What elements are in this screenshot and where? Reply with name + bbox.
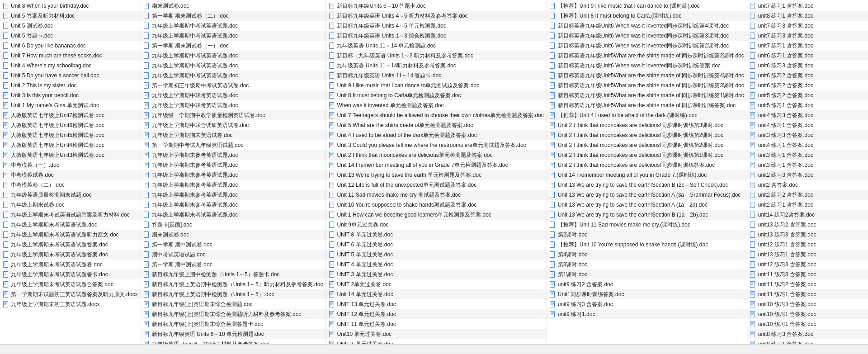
list-item[interactable]: 新目标英语九年级Unit5What are the shirts made of…: [547, 71, 747, 80]
list-item[interactable]: 新目标九年级(上)英语期末综合检测题听力材料及参考答案.doc: [141, 309, 326, 319]
list-item[interactable]: 新目标英语九年级Unit6 When was it invented同步课时训练…: [547, 31, 747, 41]
list-item[interactable]: Unit 2 I think that mooncakes are delici…: [547, 140, 747, 150]
list-item[interactable]: unit9 练习1.doc: [547, 309, 747, 319]
list-item[interactable]: 九年级英语 Units 11～14 单元检测题.doc: [326, 41, 546, 51]
list-item[interactable]: 新目标九年级英语 Units 6～10 单元检测题.doc: [141, 329, 326, 339]
list-item[interactable]: 九年级英语质量检测期末试题.doc: [0, 190, 141, 200]
list-item[interactable]: 九年级上学期期中联考英语试题.doc: [141, 90, 326, 100]
list-item[interactable]: Unit 11 Sad movies make me cry 测试题及答案.do…: [326, 190, 546, 200]
list-item[interactable]: Unit 12 Life is full of the unexpected单元…: [326, 180, 546, 190]
list-item[interactable]: Unit1同步课时训练答案.doc: [547, 289, 747, 299]
list-item[interactable]: UNIT 3 单元过关卷.doc: [326, 269, 546, 279]
list-item[interactable]: Unit 14 I remember meeting all of you in…: [326, 160, 546, 170]
list-item[interactable]: Unit 14 I remember meeting all of you in…: [547, 170, 747, 180]
list-item[interactable]: 第一学期 期中测试卷.doc: [141, 240, 326, 250]
list-item[interactable]: Unit 5 What are the shirts made of单元检测题及…: [326, 120, 546, 130]
list-item[interactable]: 人教版英语七年级上Unit4检测试卷.doc: [0, 140, 141, 150]
list-item[interactable]: 新目标九年级Units 6～10 答题卡.doc: [326, 1, 546, 11]
list-item[interactable]: Unit 2 I think that mooncakes are delici…: [326, 150, 546, 160]
list-item[interactable]: 新目标九年级英语 Units 11～14 答题卡.doc: [326, 71, 546, 80]
list-item[interactable]: unit11 练习2 含答案.doc: [747, 279, 868, 289]
list-item[interactable]: 中考模拟（一）.doc: [0, 160, 141, 170]
list-item[interactable]: Unit 13 We're trying to save the earth 单…: [326, 170, 546, 180]
list-item[interactable]: Unit 3 Could you please tell me where th…: [326, 140, 546, 150]
list-item[interactable]: unit6 练习3 含答案.doc: [747, 61, 868, 71]
list-item[interactable]: 人教版英语七年级上Unit5检测试卷.doc: [0, 130, 141, 140]
list-item[interactable]: 九年级上学期期末考试英语试题答案.doc: [0, 240, 141, 250]
list-item[interactable]: Unit 2 I think that mooncakes are delici…: [547, 160, 747, 170]
list-item[interactable]: Unit 2 This is my sister..doc: [0, 80, 141, 90]
list-item[interactable]: 九年级上学期期末参考英语试题.doc: [141, 150, 326, 160]
list-item[interactable]: unit8 练习1 含答案.doc: [747, 11, 868, 21]
list-item[interactable]: 期末测试卷.doc: [141, 230, 326, 240]
list-item[interactable]: unit14 练习2含答案.doc: [747, 210, 868, 220]
list-item[interactable]: 【推荐】Unit 4 I used to be afraid of the da…: [547, 110, 747, 120]
list-item[interactable]: Unit 4 Where's my schoolbag.doc: [0, 61, 141, 71]
list-item[interactable]: 期中考试英语试题.doc: [141, 250, 326, 260]
list-item[interactable]: 九年级上学期期末考试英语试题合答案.doc: [0, 279, 141, 289]
list-item[interactable]: unit2 练习2 含答案.doc: [747, 190, 868, 200]
list-item[interactable]: 新目标英语九年级Unit5What are the shirts made of…: [547, 80, 747, 90]
list-item[interactable]: unit7 练习3 含答案.doc: [747, 21, 868, 31]
list-item[interactable]: 九年级上学期期中考试英语试题.doc: [141, 21, 326, 31]
list-item[interactable]: 第一学期初三年级期中考试英语试卷.doc: [141, 80, 326, 90]
list-item[interactable]: unit4 练习1 含答案.doc: [747, 120, 868, 130]
list-item[interactable]: 新目标九年级(上)英语期末综合检测答题卡.doc: [141, 319, 326, 329]
list-item[interactable]: 新目标英语九年级Unit6 When was it invented同步课时训练…: [547, 61, 747, 71]
list-item[interactable]: 九年级上学期期中考试英语试题.doc: [141, 61, 326, 71]
list-item[interactable]: 第2课时.doc: [547, 230, 747, 240]
list-item[interactable]: 新目标九年级英语 Units 4～5 听力材料及参考答案.doc: [326, 11, 546, 21]
list-item[interactable]: 新目标英语九年级Unit6 When was it invented同步课时训练…: [547, 41, 747, 51]
list-item[interactable]: Unit 8 It must belong to Carla单元检测题及答案.d…: [326, 90, 546, 100]
list-item[interactable]: Unit 5 Do you have a soccer ball.doc: [0, 71, 141, 80]
list-item[interactable]: 九年级上学期期中考试英语试题.doc: [141, 31, 326, 41]
list-item[interactable]: 中考模拟卷（二）.doc: [0, 180, 141, 190]
list-item[interactable]: 九年级英语 Units 11～14听力材料及参考答案.doc: [326, 61, 546, 71]
list-item[interactable]: unit13 练习2 含答案.doc: [747, 220, 868, 230]
list-item[interactable]: UNIT 4 单元过关卷.doc: [326, 260, 546, 269]
list-item[interactable]: 九年级上学期期末考试英语试题答卡.doc: [0, 269, 141, 279]
list-item[interactable]: UNIT 11 单元过关卷.doc: [326, 319, 546, 329]
list-item[interactable]: UNIT 13 单元过关卷.doc: [326, 299, 546, 309]
list-item[interactable]: Unit 10 You're supposed to shake hands测试…: [326, 200, 546, 210]
list-item[interactable]: unit6 练习2 含答案.doc: [747, 80, 868, 90]
list-item[interactable]: Unit 7 Teenagers should be allowed to ch…: [326, 110, 546, 120]
list-item[interactable]: unit4 练习1 含答案.doc: [747, 140, 868, 150]
list-item[interactable]: 【推荐】Unit 9 I like music that I can dance…: [547, 1, 747, 11]
list-item[interactable]: 九年级上学期期末参考英语试题.doc: [141, 170, 326, 180]
list-item[interactable]: 九年级上期末试卷.doc: [0, 200, 141, 210]
list-item[interactable]: Unit 13 We are trying to save the earth!…: [547, 210, 747, 220]
list-item[interactable]: 第一学期 期末测试卷（一）.doc: [141, 41, 326, 51]
list-item[interactable]: UNIT 12 单元过关卷.doc: [326, 309, 546, 319]
list-item[interactable]: 九年级上学期期中联考英语试题.doc: [141, 100, 326, 110]
list-item[interactable]: unit3 练习1 含答案.doc: [747, 160, 868, 170]
list-item[interactable]: Unit 5 答题卡.doc: [0, 31, 141, 41]
list-item[interactable]: 九年级上学期期末参考英语试题.doc: [141, 190, 326, 200]
list-item[interactable]: Unit 13 We are trying to save the earth!…: [547, 200, 747, 210]
list-item[interactable]: UNIT 8 单元过关卷.doc: [326, 230, 546, 240]
list-item[interactable]: 人教版英语七年级上Unit7检测试卷.doc: [0, 110, 141, 120]
list-item[interactable]: UNIT 6 单元过关卷.doc: [326, 240, 546, 250]
list-item[interactable]: Unit 9 I like music that I can dance to单…: [326, 80, 546, 90]
list-item[interactable]: 九年级上学期期末考试英语试题.doc: [0, 220, 141, 230]
list-item[interactable]: 第一学期期末试题初三英语试题答案及听力原文.docx: [0, 289, 141, 299]
list-item[interactable]: 【推荐】Unit 11 Sad movies make me cry.(课时练)…: [547, 220, 747, 230]
list-item[interactable]: unit10 练习3 含答案.doc: [747, 299, 868, 309]
list-item[interactable]: Unit 1 My name's Gina.单元测试.doc: [0, 100, 141, 110]
list-item[interactable]: 九年级上学期期中联合调研英语试卷.doc: [141, 120, 326, 130]
list-item[interactable]: 【推荐】Unit 8 It must belong to Carla.(课时练)…: [547, 11, 747, 21]
list-item[interactable]: 答题卡[反面].doc: [141, 220, 326, 230]
list-item[interactable]: 人教版英语七年级上Unit6检测试卷.doc: [0, 120, 141, 130]
list-item[interactable]: Unit10 单元过关卷.doc: [326, 329, 546, 339]
list-item[interactable]: unit12 练习3 含答案.doc: [747, 260, 868, 269]
list-item[interactable]: unit7 练习1 含答案.doc: [747, 1, 868, 11]
list-item[interactable]: unit10 练习1 含答案.doc: [747, 309, 868, 319]
list-item[interactable]: 九年级上学期期中考试英语试题.doc: [141, 51, 326, 61]
list-item[interactable]: Unit 3 Is this your pencil.doc: [0, 90, 141, 100]
list-item[interactable]: Unit 13 We are trying to save the earth!…: [547, 180, 747, 190]
list-item[interactable]: 中考模拟试卷.doc: [0, 170, 141, 180]
list-item[interactable]: 第一学期 期中测试卷.doc: [141, 260, 326, 269]
list-item[interactable]: 第4课时.doc: [547, 250, 747, 260]
list-item[interactable]: Unit 2 I think that mooncakes are delici…: [547, 120, 747, 130]
list-item[interactable]: unit12 练习1 含答案.doc: [747, 240, 868, 250]
